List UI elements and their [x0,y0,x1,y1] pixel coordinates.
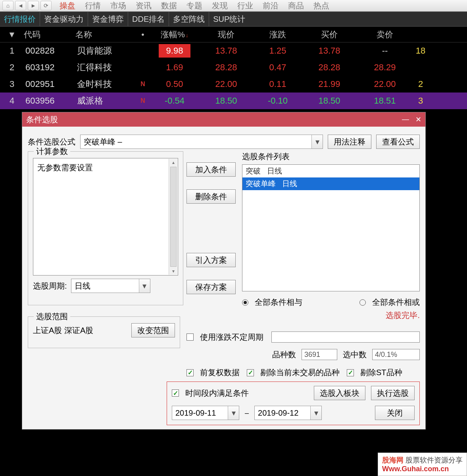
chevron-down-icon[interactable]: ▾ [139,279,150,293]
params-box: 无参数需要设置 ▴ ▾ [33,158,178,276]
th-price[interactable]: 现价 [198,29,254,40]
tab-game[interactable]: 资金博弈 [88,12,128,26]
tab-sup[interactable]: SUP统计 [209,12,249,26]
condition-list[interactable]: 突破 日线突破单峰 日线 [242,164,420,291]
dialog-titlebar[interactable]: 条件选股 — ✕ [22,112,425,127]
refresh-button[interactable]: ⟳ [40,1,52,10]
radio-and[interactable] [242,299,248,306]
radio-and-label: 全部条件相与 [255,297,302,308]
add-condition-button[interactable]: 加入条件 [186,162,236,177]
tab-quotes[interactable]: 行情报价 [0,12,40,26]
row-index: 2 [0,62,24,73]
menu-qianyan[interactable]: 前沿 [263,0,279,11]
usage-button[interactable]: 用法注释 [328,135,371,149]
th-bid[interactable]: 买价 [302,29,357,40]
menu-faxian[interactable]: 发现 [212,0,228,11]
close-button[interactable]: 关闭 [375,406,415,420]
menu-zixun[interactable]: 资讯 [136,0,152,11]
home-button[interactable]: ⌂ [2,1,13,10]
menu-caopan[interactable]: 操盘 [60,0,75,11]
chk-variable-period[interactable] [186,333,194,341]
row-bid: 18.50 [302,96,357,106]
import-plan-button[interactable]: 引入方案 [186,253,236,267]
th-sort-icon[interactable]: ▼ [0,30,24,39]
tab-funds[interactable]: 资金驱动力 [40,12,88,26]
minimize-icon[interactable]: — [402,115,409,124]
range-legend: 选股范围 [34,311,70,322]
period-dropdown[interactable]: 日线 ▾ [71,279,150,293]
row-chg: 0.11 [254,79,302,89]
row-code: 603956 [24,96,75,106]
chk-exclude-nontrading-label: 剔除当前未交易的品种 [260,367,340,378]
row-ask: -- [357,46,413,56]
into-block-button[interactable]: 选股入板块 [314,386,365,400]
scrollbar[interactable]: ▴ ▾ [169,159,177,275]
no-params-text: 无参数需要设置 [37,163,93,172]
toolbar: ⌂ ◄ ► ⟳ 操盘 行情 市场 资讯 数据 专题 发现 行业 前沿 商品 热点 [0,0,467,12]
time-section: ✓ 时间段内满足条件 选股入板块 执行选股 2019-09-11 ▾ – 201… [167,382,420,425]
radio-or[interactable] [359,299,366,306]
th-name[interactable]: 名称 [75,29,135,40]
chevron-down-icon[interactable]: ▾ [310,406,321,420]
chk-time-range[interactable]: ✓ [172,389,179,397]
view-formula-button[interactable]: 查看公式 [376,135,420,149]
table-row[interactable]: 3 002951 金时科技 N 0.50 22.00 0.11 21.99 22… [0,76,467,93]
row-ext: 2 [413,79,429,89]
table-row[interactable]: 2 603192 汇得科技 1.69 28.28 0.47 28.28 28.2… [0,59,467,76]
th-pct[interactable]: 涨幅%↓ [151,29,198,40]
radio-or-label: 全部条件相或 [372,297,420,308]
chk-exclude-st-label: 剔除ST品种 [360,367,402,378]
chk-exclude-st[interactable]: ✓ [347,369,354,376]
close-icon[interactable]: ✕ [415,115,421,124]
chk-fq[interactable]: ✓ [186,369,194,376]
list-item[interactable]: 突破 日线 [242,165,419,177]
variable-period-input[interactable] [271,331,420,343]
formula-value: 突破单峰 – [84,137,122,147]
change-range-button[interactable]: 改变范围 [131,323,175,337]
execute-button[interactable]: 执行选股 [371,386,415,400]
th-code[interactable]: 代码 [24,29,75,40]
row-chg: 1.25 [254,46,302,56]
period-label: 选股周期: [33,281,67,291]
scroll-down-icon[interactable]: ▾ [172,268,175,274]
chk-exclude-nontrading[interactable]: ✓ [247,369,254,376]
save-plan-button[interactable]: 保存方案 [186,280,236,294]
tab-dde[interactable]: DDE排名 [128,12,169,26]
table-row[interactable]: 4 603956 威派格 N -0.54 18.50 -0.10 18.50 1… [0,93,467,109]
forward-button[interactable]: ► [28,1,39,10]
sort-down-icon: ↓ [186,32,188,39]
menu-hangye[interactable]: 行业 [237,0,253,11]
menu-shangpin[interactable]: 商品 [288,0,304,11]
chk-time-label: 时间段内满足条件 [185,388,249,399]
table-row[interactable]: 1 002828 贝肯能源 9.98 13.78 1.25 13.78 -- 1… [0,42,467,59]
menu-zhuanti[interactable]: 专题 [186,0,202,11]
date-to-value: 2019-09-12 [258,409,298,418]
th-ask[interactable]: 卖价 [357,29,413,40]
row-index: 4 [0,96,24,106]
row-ext: 18 [413,46,429,56]
list-item[interactable]: 突破单峰 日线 [242,177,419,190]
menu-hangqing[interactable]: 行情 [85,0,101,11]
date-from[interactable]: 2019-09-11 ▾ [172,406,239,420]
chevron-down-icon[interactable]: ▾ [311,135,323,148]
back-button[interactable]: ◄ [15,1,26,10]
watermark-site: 股海网 [382,456,404,464]
tab-duokong[interactable]: 多空阵线 [169,12,209,26]
scroll-up-icon[interactable]: ▴ [172,160,175,165]
scroll-thumb[interactable] [170,167,177,267]
formula-dropdown[interactable]: 突破单峰 – ▾ [80,135,323,149]
hit-value: 4/0.1% [372,349,420,360]
date-from-value: 2019-09-11 [175,409,216,418]
menu-shichang[interactable]: 市场 [110,0,126,11]
row-ask: 28.29 [357,62,413,73]
menu-shuju[interactable]: 数据 [161,0,177,11]
row-price: 28.28 [198,62,254,73]
status-text: 选股完毕. [242,310,420,321]
row-bid: 13.78 [302,46,357,56]
date-to[interactable]: 2019-09-12 ▾ [254,406,322,420]
th-chg[interactable]: 涨跌 [254,29,302,40]
chevron-down-icon[interactable]: ▾ [228,406,239,420]
delete-condition-button[interactable]: 删除条件 [186,189,236,204]
menu-redian[interactable]: 热点 [313,0,329,11]
row-pct: -0.54 [151,96,198,106]
